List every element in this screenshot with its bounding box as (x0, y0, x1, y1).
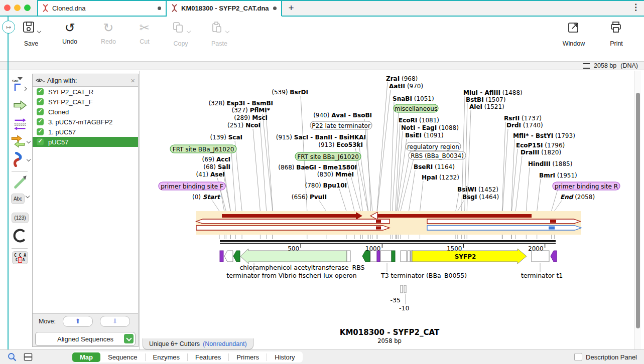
list-item-1-puc57[interactable]: 1. pUC57 (33, 127, 138, 137)
read-segment[interactable] (377, 214, 532, 218)
enzyme-site-label[interactable]: (139) ScaI (210, 134, 242, 141)
feature-pill-text[interactable]: FRT site BBa_J61020 (297, 153, 359, 160)
enzyme-site-label[interactable]: DraIII (1820) (521, 149, 561, 156)
read-segment[interactable] (550, 220, 556, 223)
checkbox-checked-icon[interactable] (37, 128, 44, 135)
window-button[interactable]: Window (560, 21, 588, 47)
split-view-icon[interactable] (23, 352, 33, 362)
enzyme-site-label[interactable]: (0) Start (192, 194, 221, 201)
enzyme-site-label[interactable]: HindIII (1885) (528, 160, 572, 167)
promoter-element[interactable] (404, 285, 406, 293)
scrollbar-thumb[interactable] (636, 93, 640, 328)
feature-box[interactable] (532, 251, 549, 262)
enzyme-site-label[interactable]: (830) MmeI (317, 171, 354, 178)
enzyme-site-label[interactable]: (328) Esp3I - BsmBI (208, 100, 273, 107)
aligned-sequence-arrow[interactable] (196, 219, 390, 224)
checkbox-checked-icon[interactable] (37, 88, 44, 95)
feature-box[interactable] (408, 251, 410, 262)
move-up-button[interactable]: ⬆ (63, 316, 93, 327)
aligned-sequence-arrow[interactable] (427, 219, 580, 224)
save-button[interactable]: Save (17, 21, 45, 47)
list-item-syfp2-cat-f[interactable]: SYFP2_CAT_F (33, 97, 138, 107)
enzyme-site-label[interactable]: (940) AvaI - BsoBI (313, 112, 372, 119)
list-item-cloned[interactable]: Cloned (33, 107, 138, 117)
feature-box[interactable] (347, 251, 350, 262)
feature-arrow[interactable] (240, 249, 347, 264)
feature-pill-text[interactable]: primer binding site F (161, 183, 223, 190)
circular-view-tool-button[interactable] (10, 227, 30, 246)
feature-box[interactable] (392, 251, 395, 262)
enzyme-site-label[interactable]: MluI - AflIII (1488) (463, 89, 523, 96)
list-item-syfp2-cat-r[interactable]: SYFP2_CAT_R (33, 87, 138, 97)
primer-draw-tool-button[interactable] (10, 174, 30, 192)
feature-arrow-label[interactable]: SYFP2 (455, 253, 476, 260)
close-icon[interactable]: × (131, 76, 135, 85)
cut-button[interactable]: ✂ Cut (131, 21, 159, 45)
feature-pill-text[interactable]: primer binding site R (555, 183, 618, 190)
eye-icon[interactable] (36, 77, 45, 84)
primer-pair-tool-button[interactable] (10, 135, 30, 150)
enzyme-site-label[interactable]: BstBI (1507) (466, 96, 505, 103)
feature-text-label[interactable]: T3 terminator (BBa_B0055) (380, 272, 467, 279)
enzyme-site-label[interactable]: ZraI (968) (386, 75, 418, 82)
vertical-scrollbar[interactable] (634, 71, 641, 349)
feature-pill-text[interactable]: RBS (BBa_B0034) (411, 152, 464, 159)
zoom-window-button[interactable] (24, 5, 31, 11)
enzyme-site-label[interactable]: BsiEI (1091) (405, 132, 444, 139)
enzyme-site-label[interactable]: EcoRI (1081) (399, 117, 439, 124)
feature-box[interactable] (377, 251, 380, 262)
close-window-button[interactable] (4, 5, 11, 11)
feature-pill-text[interactable]: miscellaneous (395, 105, 437, 112)
feature-pentagon[interactable] (233, 251, 240, 262)
feature-arrow-tool-button[interactable] (10, 99, 30, 113)
enzyme-site-label[interactable]: (69) AccI (202, 156, 230, 163)
checkbox-checked-icon[interactable] (37, 138, 44, 145)
nonredundant-link[interactable]: (Nonredundant) (203, 340, 247, 347)
redo-button[interactable]: ↻ Redo (94, 21, 122, 45)
copy-button[interactable]: Copy (167, 21, 195, 47)
plasmid-map-canvas[interactable]: 500100015002000SYFP2(0) Start(41) AseI(6… (140, 71, 634, 349)
enzyme-site-label[interactable]: DrdI (1740) (506, 122, 543, 129)
enzyme-site-label[interactable]: (915) SacI - BanII - BsiHKAI (276, 134, 366, 141)
feature-text-label[interactable]: RBS (352, 264, 365, 271)
enzyme-site-label[interactable]: MflI* - BstYI (1793) (513, 132, 575, 139)
feature-box[interactable] (380, 251, 392, 262)
feature-pentagon[interactable] (362, 251, 370, 262)
overflow-menu-button[interactable]: ⋮ (631, 2, 640, 13)
collapse-sidebar-button[interactable]: ↦ (2, 21, 15, 34)
aligned-sequence-arrow[interactable] (196, 226, 390, 230)
arc-tool-button[interactable] (10, 152, 30, 169)
checkbox-checked-icon[interactable] (37, 108, 44, 115)
enzyme-site-label[interactable]: (289) MscI (234, 114, 268, 121)
enzyme-site-label[interactable]: (41) AseI (196, 171, 225, 178)
feature-box[interactable] (220, 251, 223, 262)
tab-history[interactable]: History (267, 352, 302, 362)
promoter-element[interactable] (401, 285, 403, 293)
enzyme-site-label[interactable]: BsiWI (1452) (457, 186, 498, 193)
search-icon[interactable] (7, 352, 17, 362)
tab-features[interactable]: Features (188, 352, 228, 362)
mismatch-tool-button[interactable]: C C A C–A (10, 251, 30, 264)
feature-pill-text[interactable]: FRT site BBa_J61020 (173, 146, 234, 153)
minimize-window-button[interactable] (14, 5, 21, 11)
print-button[interactable]: Print (602, 21, 630, 47)
feature-text-label[interactable]: -35 (391, 296, 401, 304)
enzyme-site-label[interactable]: (539) BsrDI (272, 89, 308, 96)
enzyme-site-label[interactable]: AatII (970) (389, 83, 423, 90)
checkbox-checked-icon[interactable] (37, 98, 44, 105)
feature-box[interactable] (401, 251, 407, 262)
feature-pill-text[interactable]: regulatory region (407, 143, 459, 150)
enzyme-site-label[interactable]: (251) NcoI (227, 122, 261, 129)
enzyme-site-label[interactable]: (656) PvuII (292, 194, 327, 201)
undo-button[interactable]: ↺ Undo (56, 21, 84, 45)
read-segment[interactable] (549, 227, 555, 230)
aligned-sequences-selector[interactable]: Aligned Sequences (35, 332, 136, 346)
enzyme-site-label[interactable]: (780) Bpu10I (305, 182, 347, 189)
tab-primers[interactable]: Primers (229, 352, 267, 362)
enzyme-tool-button[interactable]: SalI (10, 79, 30, 96)
enzyme-site-label[interactable]: RsrII (1737) (504, 115, 542, 122)
enzyme-site-label[interactable]: HpaI (1232) (422, 174, 459, 181)
enzyme-site-label[interactable]: (868) BaeGI - Bme1580I (278, 164, 357, 171)
feature-text-label[interactable]: -10 (399, 304, 409, 312)
checkbox-checked-icon[interactable] (37, 118, 44, 125)
